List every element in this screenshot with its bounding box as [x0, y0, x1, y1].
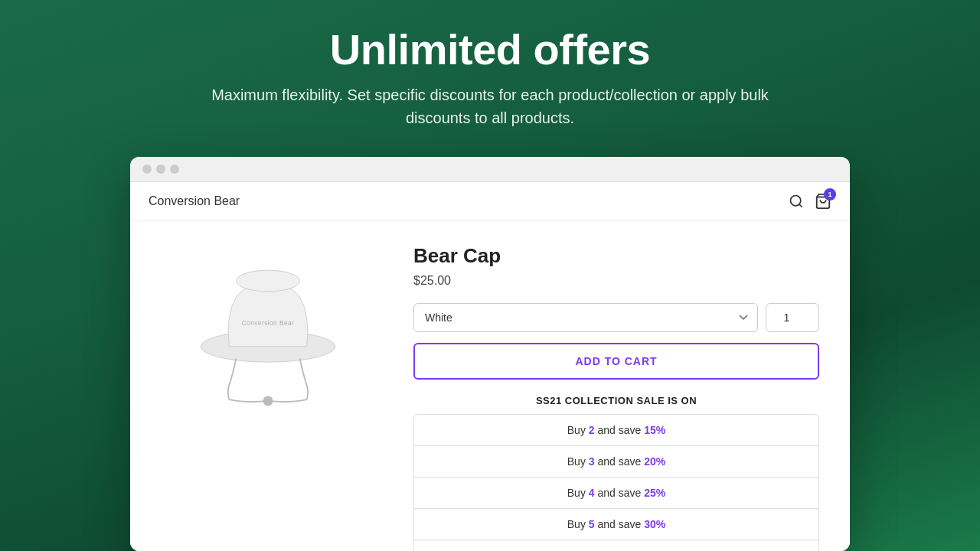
bulk-offers-table: Buy 2 and save 15% Buy 3 and save 20% Bu… — [413, 414, 819, 551]
svg-point-4 — [236, 270, 299, 292]
cart-badge: 1 — [824, 188, 836, 201]
buy-qty: 2 — [589, 424, 595, 436]
product-controls: White — [413, 303, 819, 332]
shop-logo: Conversion Bear — [149, 194, 240, 208]
shop-icons: 1 — [789, 193, 831, 210]
bulk-offer-row: Buy 4 and save 25% — [414, 478, 818, 509]
save-pct: 30% — [644, 518, 665, 530]
variant-select[interactable]: White — [413, 303, 758, 332]
dot-green — [170, 165, 179, 174]
browser-window: Conversion Bear 1 — [130, 157, 850, 551]
buy-qty: 5 — [589, 518, 595, 530]
sale-title: SS21 COLLECTION SALE IS ON — [413, 395, 819, 406]
add-to-cart-button[interactable]: ADD TO CART — [413, 343, 819, 380]
product-image: Conversion Bear — [184, 244, 352, 428]
page-title: Unlimited offers — [199, 24, 781, 74]
buy-qty: 4 — [589, 487, 595, 499]
browser-dots — [142, 165, 179, 174]
product-image-area: Conversion Bear — [161, 244, 375, 428]
shop-header: Conversion Bear 1 — [130, 182, 850, 221]
svg-point-0 — [791, 196, 801, 206]
save-pct: 15% — [644, 424, 665, 436]
dot-red — [142, 165, 152, 174]
bulk-offer-row: Buy 2 and save 15% — [414, 415, 818, 446]
page-header: Unlimited offers Maximum flexibility. Se… — [168, 0, 812, 142]
product-area: Conversion Bear Bear Cap $25.00 White — [130, 221, 850, 551]
browser-content: Conversion Bear 1 — [130, 182, 850, 551]
search-icon — [789, 194, 804, 209]
save-pct: 25% — [644, 487, 665, 499]
dot-yellow — [156, 165, 165, 174]
bulk-offer-row: Buy 6 and save 35% — [414, 540, 818, 551]
product-price: $25.00 — [413, 274, 819, 288]
page-subtitle: Maximum flexibility. Set specific discou… — [199, 83, 781, 129]
bulk-offer-row: Buy 3 and save 20% — [414, 446, 818, 478]
svg-text:Conversion Bear: Conversion Bear — [242, 319, 295, 327]
product-details: Bear Cap $25.00 White ADD TO CART SS21 C… — [413, 244, 819, 551]
product-name: Bear Cap — [413, 244, 819, 268]
save-pct: 20% — [644, 455, 665, 468]
bulk-offer-row: Buy 5 and save 30% — [414, 509, 818, 540]
svg-line-1 — [799, 204, 802, 207]
quantity-input[interactable] — [766, 303, 819, 332]
browser-toolbar — [130, 157, 850, 182]
buy-qty: 3 — [589, 455, 595, 468]
cart-button[interactable]: 1 — [815, 193, 831, 210]
search-button[interactable] — [789, 194, 804, 209]
